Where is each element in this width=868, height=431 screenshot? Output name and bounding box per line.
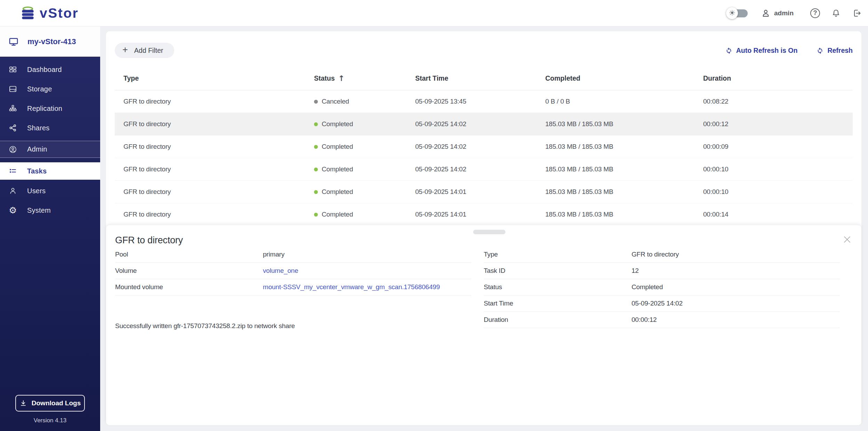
field-value: 05-09-2025 14:02: [632, 300, 840, 307]
detail-right-column: Type GFR to directory Task ID 12 Status …: [484, 246, 840, 328]
detail-field: Status Completed: [484, 279, 840, 295]
host-selector[interactable]: my-vStor-413: [0, 26, 100, 57]
table-row[interactable]: GFR to directory Completed 05-09-2025 14…: [115, 203, 853, 226]
field-label: Duration: [484, 316, 632, 324]
tasks-table: Type Status↑ Start Time Completed Durati…: [115, 67, 853, 226]
col-header-type[interactable]: Type: [123, 74, 314, 82]
vstor-logo-icon: [21, 6, 35, 20]
col-header-completed[interactable]: Completed: [545, 74, 703, 82]
table-toolbar: + Add Filter Auto Refresh is On Refresh: [115, 43, 853, 58]
storage-icon: [9, 85, 17, 93]
field-label: Status: [484, 283, 632, 291]
sidebar-item-admin[interactable]: Admin: [0, 141, 100, 158]
users-icon: [9, 187, 17, 195]
detail-field: Task ID 12: [484, 263, 840, 279]
close-icon: [843, 235, 852, 244]
user-name: admin: [774, 9, 794, 17]
table-row[interactable]: GFR to directory Canceled 05-09-2025 13:…: [115, 90, 853, 113]
auto-refresh-icon: [725, 47, 733, 54]
status-dot: [314, 213, 318, 217]
status-dot: [314, 168, 318, 171]
bell-icon: [831, 8, 841, 18]
sidebar-item-label: Users: [27, 187, 46, 195]
col-header-duration[interactable]: Duration: [703, 74, 853, 82]
table-row[interactable]: GFR to directory Completed 05-09-2025 14…: [115, 158, 853, 181]
sidebar-item-label: Tasks: [27, 167, 47, 175]
theme-toggle[interactable]: ☀: [726, 7, 748, 19]
status-dot: [314, 190, 318, 194]
sidebar-item-dashboard[interactable]: Dashboard: [0, 60, 100, 79]
version-label: Version 4.13: [34, 417, 67, 424]
sidebar-item-label: Storage: [27, 85, 52, 93]
status-dot: [314, 100, 318, 104]
table-row[interactable]: GFR to directory Completed 05-09-2025 14…: [115, 136, 853, 158]
detail-field: Pool primary: [115, 246, 471, 263]
help-button[interactable]: ?: [810, 8, 820, 18]
status-dot: [314, 122, 318, 126]
refresh-button[interactable]: Refresh: [816, 47, 853, 55]
tasks-icon: [9, 167, 17, 175]
field-label: Volume: [115, 267, 263, 275]
add-filter-label: Add Filter: [134, 47, 163, 55]
field-label: Start Time: [484, 300, 632, 307]
sidebar-item-tasks[interactable]: Tasks: [0, 162, 100, 180]
detail-field: Type GFR to directory: [484, 246, 840, 263]
col-header-status[interactable]: Status↑: [314, 74, 415, 82]
topbar: vStor ☀ admin ?: [0, 0, 868, 26]
auto-refresh-toggle[interactable]: Auto Refresh is On: [725, 47, 798, 55]
replication-icon: [9, 104, 17, 113]
field-value: GFR to directory: [632, 251, 840, 258]
detail-field: Mounted volume mount-SSSV_my_vcenter_vmw…: [115, 279, 471, 295]
admin-icon: [9, 145, 17, 154]
sidebar: my-vStor-413 Dashboard Storage: [0, 26, 100, 431]
logout-button[interactable]: [852, 8, 862, 18]
sidebar-item-label: Shares: [27, 124, 50, 132]
field-value: 12: [632, 267, 840, 275]
col-header-start-time[interactable]: Start Time: [415, 74, 545, 82]
task-detail-panel: GFR to directory Pool primary Volume vol…: [106, 225, 861, 425]
sidebar-item-replication[interactable]: Replication: [0, 99, 100, 118]
volume-link[interactable]: volume_one: [263, 267, 471, 275]
table-row[interactable]: GFR to directory Completed 05-09-2025 14…: [115, 181, 853, 203]
sun-icon: ☀: [726, 7, 738, 19]
sidebar-item-label: Replication: [27, 105, 62, 113]
table-row[interactable]: GFR to directory Completed 05-09-2025 14…: [115, 113, 853, 136]
logout-icon: [852, 8, 862, 18]
sidebar-item-shares[interactable]: Shares: [0, 118, 100, 138]
add-filter-button[interactable]: + Add Filter: [115, 43, 174, 58]
sidebar-item-storage[interactable]: Storage: [0, 79, 100, 99]
detail-left-column: Pool primary Volume volume_one Mounted v…: [115, 246, 471, 295]
download-logs-label: Download Logs: [32, 399, 81, 407]
detail-field: Duration 00:00:12: [484, 312, 840, 328]
detail-field: Start Time 05-09-2025 14:02: [484, 295, 840, 312]
field-value: 00:00:12: [632, 316, 840, 324]
host-name: my-vStor-413: [27, 37, 76, 46]
system-gear-icon: ⚙: [9, 206, 17, 214]
mounted-volume-link[interactable]: mount-SSSV_my_vcenter_vmware_w_gm_scan.1…: [263, 283, 471, 291]
field-label: Mounted volume: [115, 283, 263, 291]
detail-field: Volume volume_one: [115, 263, 471, 279]
monitor-icon: [9, 37, 18, 47]
user-menu[interactable]: admin: [761, 8, 794, 18]
dashboard-icon: [9, 65, 17, 74]
vstor-logo: vStor: [21, 6, 79, 21]
sidebar-item-label: Admin: [27, 145, 47, 153]
status-dot: [314, 145, 318, 149]
shares-icon: [9, 124, 17, 132]
download-logs-button[interactable]: Download Logs: [15, 395, 85, 412]
user-icon: [761, 8, 771, 18]
logo-text: vStor: [40, 6, 79, 21]
sidebar-item-label: Dashboard: [27, 66, 62, 74]
detail-message: Successfully written gfr-1757073743258.2…: [115, 322, 295, 330]
auto-refresh-label: Auto Refresh is On: [736, 47, 798, 55]
refresh-icon: [816, 47, 824, 54]
refresh-label: Refresh: [827, 47, 853, 55]
download-icon: [19, 399, 27, 407]
close-detail-button[interactable]: [843, 235, 852, 244]
sidebar-item-users[interactable]: Users: [0, 181, 100, 201]
sidebar-item-system[interactable]: ⚙ System: [0, 201, 100, 220]
field-value: primary: [263, 251, 471, 258]
drag-handle[interactable]: [473, 230, 506, 234]
sort-asc-icon: ↑: [338, 75, 345, 82]
notifications-button[interactable]: [831, 8, 841, 18]
